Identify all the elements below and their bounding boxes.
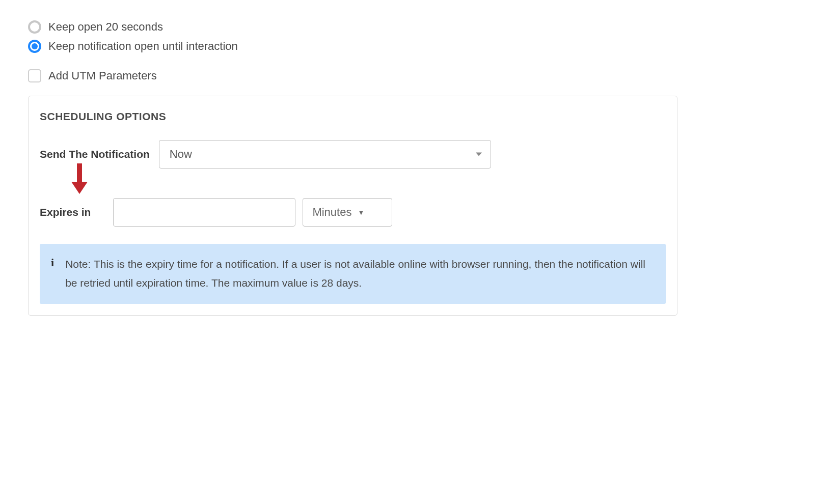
radio-circle-icon <box>28 20 41 34</box>
radio-label-interaction: Keep notification open until interaction <box>48 40 238 53</box>
expires-in-label: Expires in <box>40 206 91 218</box>
radio-keep-open-20s[interactable]: Keep open 20 seconds <box>28 20 787 34</box>
expires-unit-select[interactable]: Minutes ▼ <box>303 198 392 227</box>
unit-select-box: Minutes ▼ <box>303 198 392 227</box>
radio-keep-open-until-interaction[interactable]: Keep notification open until interaction <box>28 40 787 53</box>
send-notification-label: Send The Notification <box>40 148 150 160</box>
scheduling-options-panel: SCHEDULING OPTIONS Send The Notification… <box>28 96 677 316</box>
radio-circle-icon <box>28 40 41 53</box>
unit-select-value: Minutes <box>312 206 351 219</box>
note-text: Note: This is the expiry time for a noti… <box>65 255 645 293</box>
send-notification-row: Send The Notification Now <box>40 140 666 169</box>
checkbox-box-icon <box>28 69 41 82</box>
radio-label-20s: Keep open 20 seconds <box>48 20 163 34</box>
expires-in-row: Expires in Minutes ▼ <box>40 198 666 227</box>
checkbox-label-utm: Add UTM Parameters <box>48 69 157 82</box>
send-notification-select[interactable]: Now <box>159 140 491 169</box>
chevron-down-icon <box>476 153 482 156</box>
expires-in-input[interactable] <box>113 198 295 227</box>
chevron-down-icon: ▼ <box>358 209 364 216</box>
annotation-arrow-down-icon <box>70 163 89 195</box>
panel-title: SCHEDULING OPTIONS <box>40 110 666 123</box>
notification-duration-radio-group: Keep open 20 seconds Keep notification o… <box>28 20 787 53</box>
checkbox-add-utm-parameters[interactable]: Add UTM Parameters <box>28 69 787 82</box>
note-info-box: i Note: This is the expiry time for a no… <box>40 244 666 304</box>
info-icon: i <box>51 256 54 269</box>
select-value-text: Now <box>170 148 192 161</box>
select-value: Now <box>159 140 491 169</box>
